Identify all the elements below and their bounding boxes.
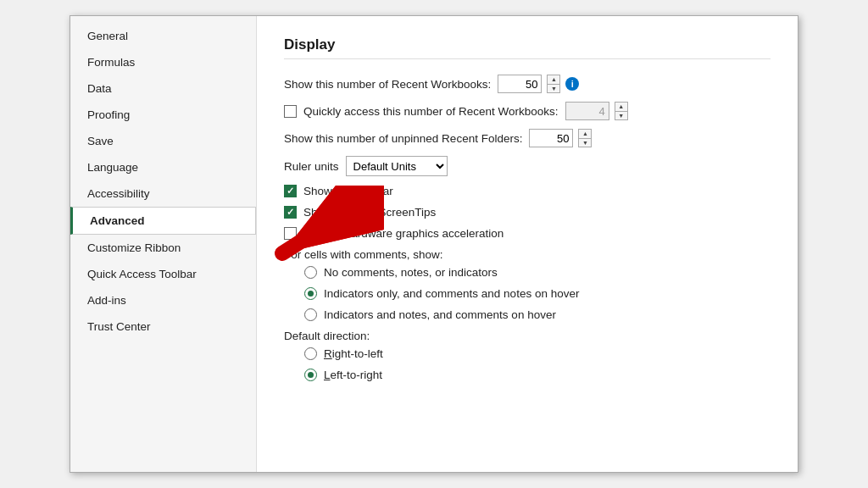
recent-folders-up[interactable]: ▲ (579, 130, 591, 139)
comments-options: No comments, notes, or indicators Indica… (284, 266, 771, 321)
sidebar-item-addins[interactable]: Add-ins (70, 287, 256, 313)
sidebar-item-save[interactable]: Save (70, 128, 256, 154)
main-content: Display Show this number of Recent Workb… (257, 16, 798, 472)
direction-ltr-row: Left-to-right (304, 369, 771, 381)
comment-option-0-label: No comments, notes, or indicators (324, 266, 498, 279)
sidebar-item-advanced[interactable]: Advanced (70, 207, 256, 235)
recent-workbooks-down[interactable]: ▼ (548, 85, 559, 93)
sidebar-item-language[interactable]: Language (70, 154, 256, 180)
disable-hardware-row: Disable hardware graphics acceleration (284, 227, 771, 240)
comment-option-1-row: Indicators only, and comments and notes … (304, 287, 771, 300)
quick-access-down[interactable]: ▼ (615, 112, 627, 120)
ruler-units-row: Ruler units Default Units Inches Centime… (284, 156, 771, 176)
direction-rtl-label: Right-to-left (324, 347, 383, 360)
direction-options: Right-to-left Left-to-right (284, 347, 771, 381)
recent-workbooks-label: Show this number of Recent Workbooks: (284, 78, 491, 91)
recent-folders-arrows: ▲ ▼ (578, 129, 592, 147)
sidebar-item-customize-ribbon[interactable]: Customize Ribbon (70, 235, 256, 261)
comment-option-0-row: No comments, notes, or indicators (304, 266, 771, 279)
show-formula-bar-checkbox[interactable] (284, 185, 297, 197)
sidebar-item-formulas[interactable]: Formulas (70, 49, 256, 75)
options-dialog: General Formulas Data Proofing Save Lang… (70, 15, 798, 473)
quick-access-label: Quickly access this number of Recent Wor… (303, 105, 559, 118)
recent-workbooks-up[interactable]: ▲ (548, 75, 559, 85)
info-icon[interactable]: i (565, 77, 579, 91)
comment-option-1-radio[interactable] (304, 287, 317, 300)
sidebar-item-quick-access[interactable]: Quick Access Toolbar (70, 261, 256, 287)
show-screentips-row: Show function ScreenTips (284, 206, 771, 219)
recent-folders-label: Show this number of unpinned Recent Fold… (284, 132, 522, 145)
comments-group-label: For cells with comments, show: (284, 248, 771, 261)
sidebar-item-proofing[interactable]: Proofing (70, 102, 256, 128)
sidebar-item-general[interactable]: General (70, 23, 256, 49)
sidebar: General Formulas Data Proofing Save Lang… (70, 16, 257, 472)
quick-access-checkbox[interactable] (284, 105, 297, 118)
recent-folders-row: Show this number of unpinned Recent Fold… (284, 129, 771, 147)
recent-folders-down[interactable]: ▼ (579, 139, 591, 147)
show-screentips-checkbox[interactable] (284, 206, 297, 219)
comment-option-0-radio[interactable] (304, 266, 317, 279)
recent-folders-input[interactable] (529, 129, 573, 147)
sidebar-item-trust-center[interactable]: Trust Center (70, 313, 256, 340)
quick-access-input[interactable] (565, 102, 609, 120)
comment-option-2-radio[interactable] (304, 308, 317, 321)
recent-workbooks-arrows: ▲ ▼ (547, 75, 560, 93)
quick-access-spinner: ▲ ▼ (565, 102, 628, 120)
direction-rtl-row: Right-to-left (304, 347, 771, 360)
direction-ltr-radio[interactable] (304, 369, 317, 381)
recent-workbooks-input[interactable] (498, 75, 542, 93)
recent-workbooks-spinner: ▲ ▼ i (498, 75, 579, 93)
quick-access-up[interactable]: ▲ (615, 103, 627, 112)
recent-workbooks-row: Show this number of Recent Workbooks: ▲ … (284, 75, 771, 93)
direction-rtl-radio[interactable] (304, 347, 317, 360)
comment-option-2-label: Indicators and notes, and comments on ho… (324, 308, 556, 321)
comment-option-2-row: Indicators and notes, and comments on ho… (304, 308, 771, 321)
ruler-units-label: Ruler units (284, 160, 339, 173)
show-screentips-label: Show function ScreenTips (303, 206, 436, 219)
show-formula-bar-row: Show formula bar (284, 185, 771, 197)
sidebar-item-accessibility[interactable]: Accessibility (70, 180, 256, 207)
disable-hardware-checkbox[interactable] (284, 227, 297, 240)
direction-group-label: Default direction: (284, 330, 771, 342)
quick-access-row: Quickly access this number of Recent Wor… (284, 102, 771, 120)
direction-ltr-label: Left-to-right (324, 369, 382, 381)
quick-access-arrows: ▲ ▼ (615, 102, 628, 120)
recent-folders-spinner: ▲ ▼ (529, 129, 592, 147)
section-title: Display (284, 36, 771, 59)
comment-option-1-label: Indicators only, and comments and notes … (324, 287, 579, 300)
show-formula-bar-label: Show formula bar (303, 185, 393, 197)
disable-hardware-label: Disable hardware graphics acceleration (303, 227, 504, 240)
ruler-units-select[interactable]: Default Units Inches Centimeters Millime… (346, 156, 448, 176)
sidebar-item-data[interactable]: Data (70, 75, 256, 102)
